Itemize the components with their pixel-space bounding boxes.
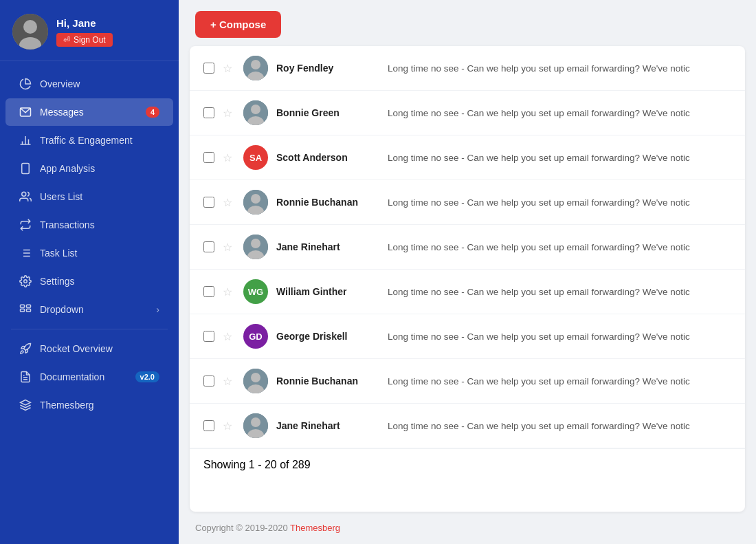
- brand-icon: [19, 399, 32, 411]
- message-row[interactable]: ☆Jane RinehartLong time no see - Can we …: [190, 225, 745, 270]
- message-list-container: ☆Roy FendleyLong time no see - Can we he…: [190, 46, 745, 512]
- message-preview: Long time no see - Can we help you set u…: [388, 153, 731, 163]
- star-icon[interactable]: ☆: [223, 375, 235, 387]
- sidebar-item-users-list[interactable]: Users List: [5, 183, 173, 210]
- chevron-right-icon: ›: [156, 304, 159, 315]
- sidebar-item-transactions[interactable]: Transactions: [5, 211, 173, 239]
- svg-rect-18: [21, 305, 25, 307]
- message-checkbox[interactable]: [203, 63, 214, 74]
- message-sender: Scott Anderson: [276, 152, 379, 163]
- avatar: [243, 413, 268, 438]
- message-sender: Bonnie Green: [276, 107, 379, 118]
- svg-rect-21: [27, 309, 31, 312]
- message-preview: Long time no see - Can we help you set u…: [388, 421, 731, 431]
- message-row[interactable]: ☆Ronnie BuchananLong time no see - Can w…: [190, 359, 745, 404]
- message-checkbox[interactable]: [203, 331, 214, 342]
- message-sender: Roy Fendley: [276, 63, 379, 74]
- svg-rect-8: [22, 164, 30, 174]
- documentation-badge: v2.0: [135, 371, 159, 382]
- message-sender: Jane Rinehart: [276, 420, 379, 431]
- message-row[interactable]: ☆Ronnie BuchananLong time no see - Can w…: [190, 180, 745, 225]
- message-row[interactable]: ☆Jane RinehartLong time no see - Can we …: [190, 404, 745, 448]
- message-row[interactable]: ☆WGWilliam GintherLong time no see - Can…: [190, 270, 745, 314]
- message-sender: Jane Rinehart: [276, 241, 379, 252]
- svg-point-17: [24, 280, 27, 283]
- chart-pie-icon: [19, 78, 32, 90]
- main-nav: Overview Messages 4 Traffic & Engagement…: [0, 61, 179, 544]
- sidebar: Hi, Jane ⏎ Sign Out Overview Messages 4: [0, 0, 179, 544]
- svg-rect-20: [21, 309, 25, 312]
- svg-point-31: [251, 194, 260, 204]
- message-preview: Long time no see - Can we help you set u…: [388, 242, 731, 252]
- sidebar-item-documentation[interactable]: Documentation v2.0: [5, 363, 173, 391]
- message-preview: Long time no see - Can we help you set u…: [388, 331, 731, 342]
- message-list: ☆Roy FendleyLong time no see - Can we he…: [190, 46, 745, 448]
- themesberg-link[interactable]: Themesberg: [290, 523, 340, 533]
- message-preview: Long time no see - Can we help you set u…: [388, 108, 731, 118]
- star-icon[interactable]: ☆: [223, 420, 235, 432]
- message-row[interactable]: ☆Roy FendleyLong time no see - Can we he…: [190, 46, 745, 91]
- svg-point-10: [22, 192, 26, 196]
- message-row[interactable]: ☆GDGeorge DriskellLong time no see - Can…: [190, 314, 745, 359]
- message-checkbox[interactable]: [203, 107, 214, 118]
- message-sender: Ronnie Buchanan: [276, 376, 379, 387]
- sidebar-item-settings[interactable]: Settings: [5, 268, 173, 295]
- compose-button[interactable]: + Compose: [195, 11, 281, 38]
- sidebar-item-dropdown[interactable]: Dropdown ›: [5, 296, 173, 323]
- avatar: WG: [243, 279, 268, 304]
- message-checkbox[interactable]: [203, 376, 214, 387]
- message-preview: Long time no see - Can we help you set u…: [388, 287, 731, 297]
- messages-badge: 4: [146, 107, 159, 118]
- avatar: [243, 369, 268, 393]
- message-sender: William Ginther: [276, 286, 379, 297]
- profile-greeting: Hi, Jane: [56, 17, 113, 29]
- sidebar-item-traffic[interactable]: Traffic & Engagement: [5, 127, 173, 154]
- star-icon[interactable]: ☆: [223, 196, 235, 208]
- message-icon: [19, 106, 32, 118]
- avatar: GD: [243, 324, 268, 349]
- avatar: SA: [243, 145, 268, 170]
- avatar: [243, 56, 268, 80]
- sidebar-item-app-analysis[interactable]: App Analysis: [5, 155, 173, 182]
- sidebar-item-task-list[interactable]: Task List: [5, 239, 173, 267]
- svg-point-37: [251, 373, 260, 382]
- svg-point-34: [251, 239, 260, 248]
- main-header: + Compose: [179, 0, 756, 46]
- sidebar-item-themesberg[interactable]: Themesberg: [5, 391, 173, 419]
- svg-rect-19: [27, 305, 31, 307]
- profile-info: Hi, Jane ⏎ Sign Out: [56, 17, 113, 47]
- sign-out-button[interactable]: ⏎ Sign Out: [56, 33, 113, 47]
- star-icon[interactable]: ☆: [223, 107, 235, 119]
- message-checkbox[interactable]: [203, 420, 214, 431]
- star-icon[interactable]: ☆: [223, 330, 235, 342]
- svg-point-1: [23, 20, 37, 34]
- message-sender: Ronnie Buchanan: [276, 197, 379, 208]
- sign-out-icon: ⏎: [63, 35, 70, 45]
- star-icon[interactable]: ☆: [223, 62, 235, 74]
- sidebar-item-rocket-overview[interactable]: Rocket Overview: [5, 335, 173, 362]
- avatar: [12, 14, 48, 50]
- mobile-icon: [19, 162, 32, 175]
- message-checkbox[interactable]: [203, 197, 214, 208]
- message-preview: Long time no see - Can we help you set u…: [388, 63, 731, 74]
- star-icon[interactable]: ☆: [223, 285, 235, 298]
- star-icon[interactable]: ☆: [223, 151, 235, 164]
- avatar: [243, 190, 268, 215]
- message-preview: Long time no see - Can we help you set u…: [388, 376, 731, 387]
- sidebar-item-overview[interactable]: Overview: [5, 70, 173, 98]
- star-icon[interactable]: ☆: [223, 241, 235, 253]
- message-row[interactable]: ☆Bonnie GreenLong time no see - Can we h…: [190, 91, 745, 135]
- message-checkbox[interactable]: [203, 152, 214, 163]
- message-checkbox[interactable]: [203, 241, 214, 252]
- svg-point-25: [251, 60, 260, 69]
- main-content: + Compose ☆Roy FendleyLong time no see -…: [179, 0, 756, 544]
- sidebar-item-messages[interactable]: Messages 4: [5, 98, 173, 126]
- list-icon: [19, 247, 32, 259]
- svg-point-40: [251, 417, 260, 427]
- menu-icon: [19, 303, 32, 316]
- message-row[interactable]: ☆SAScott AndersonLong time no see - Can …: [190, 135, 745, 180]
- profile-section: Hi, Jane ⏎ Sign Out: [0, 0, 179, 61]
- rocket-icon: [19, 342, 32, 355]
- gear-icon: [19, 275, 32, 287]
- message-checkbox[interactable]: [203, 286, 214, 297]
